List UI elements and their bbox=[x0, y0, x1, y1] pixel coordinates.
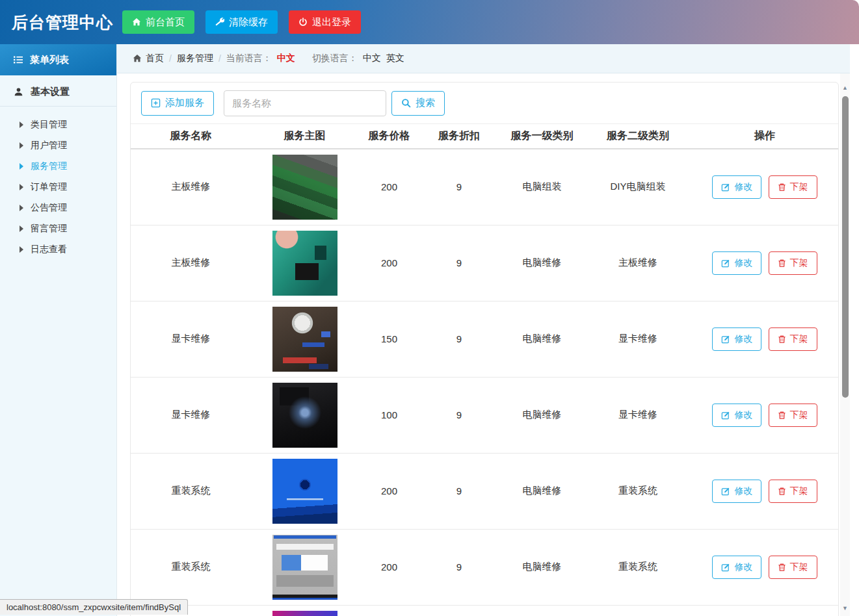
service-price: 150 bbox=[358, 301, 420, 377]
service-category1: 电脑维修 bbox=[498, 301, 586, 377]
content-area: 添加服务 搜索 bbox=[117, 73, 859, 616]
status-url-text: localhost:8080/ssm_zxpcwxsite/item/findB… bbox=[7, 602, 181, 612]
clear-cache-button[interactable]: 清除缓存 bbox=[205, 10, 278, 34]
user-icon bbox=[14, 87, 23, 97]
service-panel: 添加服务 搜索 bbox=[130, 82, 839, 616]
edit-button[interactable]: 修改 bbox=[712, 480, 761, 503]
breadcrumb-home-link[interactable]: 首页 bbox=[133, 53, 164, 64]
page-title: 后台管理中心 bbox=[12, 12, 113, 33]
menu-list-header: 菜单列表 bbox=[0, 44, 116, 75]
edit-icon bbox=[721, 487, 730, 496]
topbar-buttons: 前台首页 清除缓存 退出登录 bbox=[122, 10, 361, 34]
menu-list-label: 菜单列表 bbox=[30, 54, 69, 66]
scrollbar-down-arrow[interactable]: ▼ bbox=[840, 603, 850, 613]
table-row: 主板维修 200 9 电脑维修 主板维修 修改 下架 bbox=[131, 225, 839, 301]
service-name: 主板维修 bbox=[172, 181, 211, 192]
vertical-scrollbar[interactable]: ▲ ▼ bbox=[840, 73, 850, 616]
caret-right-icon bbox=[19, 225, 24, 232]
language-option-chinese[interactable]: 中文 bbox=[363, 53, 381, 64]
trash-icon bbox=[778, 563, 786, 572]
sidebar-item-category-management[interactable]: 类目管理 bbox=[0, 114, 116, 135]
remove-label: 下架 bbox=[790, 485, 808, 497]
logout-label: 退出登录 bbox=[312, 16, 351, 29]
home-icon bbox=[132, 18, 141, 27]
clear-cache-label: 清除缓存 bbox=[229, 16, 268, 29]
plus-square-icon bbox=[151, 98, 161, 108]
breadcrumb-separator: / bbox=[218, 53, 221, 64]
sidebar-item-notice-management[interactable]: 公告管理 bbox=[0, 198, 116, 218]
motherboard-pile-photo bbox=[272, 155, 337, 220]
list-icon bbox=[13, 55, 23, 65]
header-service-category1: 服务一级类别 bbox=[498, 124, 586, 149]
system-installer-dialog-photo bbox=[272, 535, 337, 600]
service-price: 200 bbox=[358, 225, 420, 301]
frontend-home-button[interactable]: 前台首页 bbox=[122, 10, 194, 34]
header-service-image: 服务主图 bbox=[251, 124, 358, 149]
edit-button[interactable]: 修改 bbox=[712, 404, 761, 427]
edit-label: 修改 bbox=[734, 485, 752, 497]
sidebar-item-service-management[interactable]: 服务管理 bbox=[0, 156, 116, 177]
edit-button[interactable]: 修改 bbox=[712, 175, 761, 199]
table-row: 重装系统 200 9 电脑维修 重装系统 修改 下架 bbox=[131, 453, 839, 529]
sidebar-item-message-management[interactable]: 留言管理 bbox=[0, 218, 116, 239]
header-service-price: 服务价格 bbox=[358, 124, 420, 149]
remove-button[interactable]: 下架 bbox=[769, 175, 817, 199]
logout-button[interactable]: 退出登录 bbox=[289, 10, 361, 34]
service-category2: 主板维修 bbox=[586, 225, 690, 301]
remove-button[interactable]: 下架 bbox=[769, 480, 817, 503]
table-row: 主板维修 200 9 电脑组装 DIY电脑组装 修改 下架 bbox=[131, 149, 839, 225]
edit-button[interactable]: 修改 bbox=[712, 251, 761, 275]
remove-label: 下架 bbox=[790, 333, 808, 345]
trash-icon bbox=[778, 259, 786, 268]
sidebar: 菜单列表 基本设置 类目管理 用户管理 服务管理 订单管理 公告管理 留言管理 … bbox=[0, 44, 117, 616]
remove-button[interactable]: 下架 bbox=[769, 556, 817, 579]
remove-button[interactable]: 下架 bbox=[769, 327, 817, 351]
remove-label: 下架 bbox=[790, 409, 808, 421]
table-row: 重装系统 200 9 电脑维修 重装系统 修改 下架 bbox=[131, 529, 839, 605]
sidebar-item-log-view[interactable]: 日志查看 bbox=[0, 239, 116, 260]
main-area: 首页 / 服务管理 / 当前语言： 中文 切换语言： 中文 英文 添加服务 bbox=[117, 44, 859, 616]
breadcrumb-page-link[interactable]: 服务管理 bbox=[177, 53, 213, 64]
remove-label: 下架 bbox=[790, 257, 808, 269]
edit-button[interactable]: 修改 bbox=[712, 327, 761, 351]
topbar: 后台管理中心 前台首页 清除缓存 退出登录 bbox=[0, 0, 859, 44]
pcb-closeup-photo bbox=[272, 231, 337, 296]
windows-boot-screen-photo bbox=[272, 459, 337, 524]
edit-icon bbox=[721, 411, 730, 420]
breadcrumb: 首页 / 服务管理 / 当前语言： 中文 切换语言： 中文 英文 bbox=[117, 44, 850, 73]
dark-computer-interior-photo bbox=[272, 383, 337, 448]
header-service-name: 服务名称 bbox=[131, 124, 251, 149]
scrollbar-up-arrow[interactable]: ▲ bbox=[840, 83, 850, 93]
service-category2: 显卡维修 bbox=[586, 377, 690, 453]
add-service-button[interactable]: 添加服务 bbox=[141, 91, 214, 116]
trash-icon bbox=[778, 411, 786, 420]
status-url-tooltip: localhost:8080/ssm_zxpcwxsite/item/findB… bbox=[0, 599, 188, 615]
remove-button[interactable]: 下架 bbox=[769, 404, 817, 427]
service-price: 200 bbox=[358, 453, 420, 529]
service-toolbar: 添加服务 搜索 bbox=[131, 83, 838, 124]
service-category1: 电脑维修 bbox=[498, 453, 586, 529]
sidebar-section-basic-settings[interactable]: 基本设置 bbox=[0, 75, 116, 107]
current-language-label: 当前语言： bbox=[226, 53, 272, 64]
sidebar-item-order-management[interactable]: 订单管理 bbox=[0, 177, 116, 198]
service-name: 主板维修 bbox=[172, 257, 211, 268]
remove-button[interactable]: 下架 bbox=[769, 251, 817, 275]
service-price: 100 bbox=[358, 377, 420, 453]
sidebar-item-user-management[interactable]: 用户管理 bbox=[0, 135, 116, 156]
search-input[interactable] bbox=[224, 90, 386, 116]
edit-label: 修改 bbox=[734, 409, 752, 421]
search-label: 搜索 bbox=[416, 97, 435, 109]
remove-label: 下架 bbox=[790, 181, 808, 193]
trash-icon bbox=[778, 183, 786, 192]
caret-right-icon bbox=[19, 163, 24, 170]
current-language-value: 中文 bbox=[277, 53, 295, 64]
service-category1: 电脑维修 bbox=[498, 529, 586, 605]
edit-button[interactable]: 修改 bbox=[712, 556, 761, 579]
scrollbar-thumb[interactable] bbox=[842, 96, 849, 398]
header-service-category2: 服务二级类别 bbox=[586, 124, 690, 149]
language-option-english[interactable]: 英文 bbox=[386, 53, 404, 64]
motherboard-cooler-photo bbox=[272, 307, 337, 372]
search-button[interactable]: 搜索 bbox=[391, 91, 445, 116]
frontend-home-label: 前台首页 bbox=[146, 16, 185, 29]
service-category2: DIY电脑组装 bbox=[586, 149, 690, 225]
